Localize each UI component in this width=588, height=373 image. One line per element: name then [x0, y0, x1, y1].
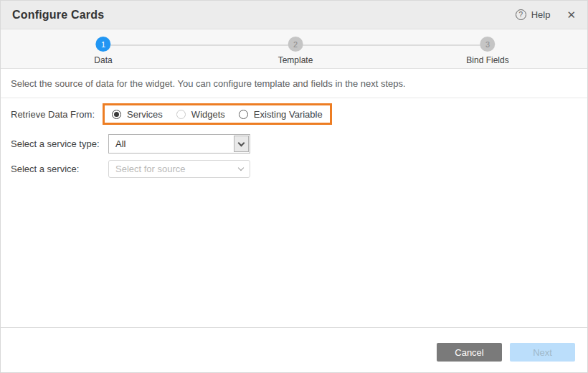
data-source-form: Retrieve Data From: Services Widgets Exi… — [1, 103, 587, 178]
data-source-radio-group: Services Widgets Existing Variable — [103, 103, 332, 125]
step-template[interactable]: 2 Template — [278, 37, 313, 65]
radio-services-control[interactable] — [112, 110, 121, 119]
radio-widgets[interactable]: Widgets — [176, 109, 225, 120]
service-label: Select a service: — [11, 164, 108, 174]
radio-widgets-label: Widgets — [191, 109, 225, 120]
service-row: Select a service: Select for source — [11, 160, 577, 178]
close-icon[interactable]: ✕ — [566, 9, 576, 20]
service-type-label: Select a service type: — [11, 138, 108, 149]
step-data-label: Data — [94, 55, 112, 65]
radio-widgets-control[interactable] — [176, 110, 186, 119]
dialog-footer: Cancel Next — [1, 327, 587, 372]
step-description: Select the source of data for the widget… — [1, 69, 587, 98]
service-placeholder: Select for source — [115, 164, 186, 174]
chevron-down-icon — [238, 139, 245, 146]
step-bind-fields[interactable]: 3 Bind Fields — [466, 37, 508, 65]
dialog-header: Configure Cards ? Help ✕ — [1, 1, 587, 29]
configure-cards-dialog: Configure Cards ? Help ✕ 1 Data 2 Templa… — [0, 0, 588, 373]
help-icon[interactable]: ? — [516, 9, 526, 20]
step-template-circle: 2 — [288, 37, 303, 52]
page-title: Configure Cards — [12, 9, 104, 22]
service-type-row: Select a service type: All — [11, 134, 577, 154]
chevron-down-icon — [238, 165, 244, 171]
header-actions: ? Help ✕ — [516, 9, 576, 20]
retrieve-data-row: Retrieve Data From: Services Widgets Exi… — [11, 103, 577, 125]
step-bind-fields-circle: 3 — [480, 37, 495, 52]
service-type-value: All — [115, 138, 125, 149]
retrieve-data-label: Retrieve Data From: — [11, 109, 103, 120]
step-data-circle: 1 — [95, 37, 110, 52]
service-type-dropdown-button[interactable] — [234, 136, 249, 152]
radio-existing-variable-label: Existing Variable — [254, 109, 323, 120]
cancel-button[interactable]: Cancel — [437, 343, 502, 362]
wizard-stepper: 1 Data 2 Template 3 Bind Fields — [1, 29, 587, 69]
step-data[interactable]: 1 Data — [94, 37, 112, 65]
radio-existing-variable[interactable]: Existing Variable — [239, 109, 323, 120]
radio-services[interactable]: Services — [112, 109, 163, 120]
step-template-label: Template — [278, 55, 313, 65]
radio-services-label: Services — [127, 109, 163, 120]
service-select[interactable]: Select for source — [108, 160, 250, 178]
radio-existing-variable-control[interactable] — [239, 110, 248, 119]
step-bind-fields-label: Bind Fields — [466, 55, 508, 65]
help-button[interactable]: Help — [531, 9, 551, 20]
service-type-select[interactable]: All — [108, 134, 250, 154]
next-button[interactable]: Next — [510, 343, 575, 362]
